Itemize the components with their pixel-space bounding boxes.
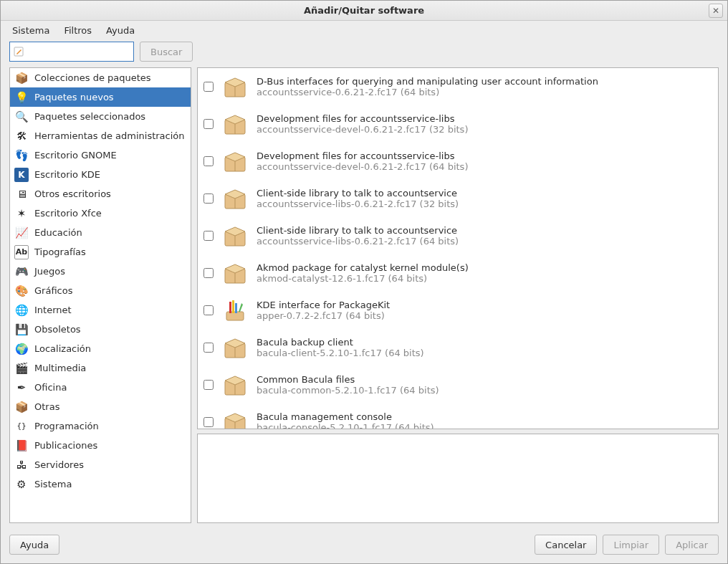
sidebar-item[interactable]: 🔍Paquetes seleccionados: [10, 107, 191, 126]
category-icon: 🛠: [14, 129, 29, 143]
menu-system[interactable]: Sistema: [8, 24, 54, 37]
category-sidebar[interactable]: 📦Colecciones de paquetes💡Paquetes nuevos…: [9, 67, 191, 523]
package-box-icon: [221, 408, 249, 429]
category-icon: 👣: [14, 148, 29, 163]
package-checkbox[interactable]: [203, 156, 214, 166]
category-icon: 📦: [14, 400, 29, 414]
package-title: D-Bus interfaces for querying and manipu…: [257, 76, 712, 87]
package-list[interactable]: D-Bus interfaces for querying and manipu…: [197, 67, 719, 429]
category-icon: 🌐: [14, 303, 29, 317]
sidebar-item-label: Colecciones de paquetes: [34, 72, 151, 83]
package-title: Development files for accountsservice-li…: [257, 113, 712, 124]
edit-icon: [13, 46, 24, 57]
window-title: Añadir/Quitar software: [304, 5, 424, 16]
search-input[interactable]: [27, 47, 149, 57]
search-field-wrap[interactable]: [9, 42, 134, 62]
category-icon: {}: [14, 419, 29, 434]
sidebar-item[interactable]: 👣Escritorio GNOME: [10, 145, 191, 165]
package-subtitle: akmod-catalyst-12.6-1.fc17 (64 bits): [257, 273, 712, 284]
package-checkbox[interactable]: [203, 119, 214, 129]
package-checkbox[interactable]: [203, 417, 214, 427]
detail-pane: [197, 434, 719, 523]
category-icon: 🌍: [14, 342, 29, 356]
sidebar-item-label: Internet: [34, 305, 72, 315]
cancel-button[interactable]: Cancelar: [535, 535, 597, 555]
apply-button[interactable]: Aplicar: [665, 535, 719, 555]
sidebar-item[interactable]: 🌍Localización: [10, 339, 191, 358]
package-row[interactable]: Bacula management consolebacula-console-…: [198, 403, 718, 429]
sidebar-item[interactable]: AbTipografías: [10, 242, 191, 262]
package-subtitle: accountsservice-devel-0.6.21-2.fc17 (64 …: [257, 161, 712, 172]
sidebar-item[interactable]: 🛠Herramientas de administración: [10, 126, 191, 145]
package-box-icon: [221, 184, 249, 213]
package-title: Client-side library to talk to accountse…: [257, 188, 712, 199]
sidebar-item[interactable]: ✶Escritorio Xfce: [10, 204, 191, 223]
sidebar-item-label: Otras: [34, 401, 59, 412]
package-checkbox[interactable]: [203, 305, 214, 315]
package-row[interactable]: Client-side library to talk to accountse…: [198, 180, 718, 217]
package-box-icon: [221, 259, 249, 287]
package-row[interactable]: Common Bacula filesbacula-common-5.2.10-…: [198, 366, 718, 403]
sidebar-item[interactable]: 💾Obsoletos: [10, 320, 191, 339]
sidebar-item[interactable]: KEscritorio KDE: [10, 165, 191, 184]
package-row[interactable]: Development files for accountsservice-li…: [198, 105, 718, 143]
menu-help[interactable]: Ayuda: [102, 24, 139, 37]
package-title: Bacula management console: [257, 411, 712, 422]
package-row[interactable]: Akmod package for catalyst kernel module…: [198, 254, 718, 292]
sidebar-item-label: Tipografías: [34, 247, 86, 257]
package-box-icon: [221, 72, 249, 101]
sidebar-item[interactable]: 🎬Multimedia: [10, 358, 191, 378]
sidebar-item[interactable]: 📦Colecciones de paquetes: [10, 68, 191, 87]
category-icon: 🖥: [14, 187, 29, 201]
package-subtitle: accountsservice-libs-0.6.21-2.fc17 (64 b…: [257, 236, 712, 247]
search-button[interactable]: Buscar: [140, 42, 193, 62]
sidebar-item[interactable]: {}Programación: [10, 416, 191, 436]
sidebar-item[interactable]: 🎨Gráficos: [10, 281, 191, 300]
help-button[interactable]: Ayuda: [9, 535, 59, 555]
category-icon: 💾: [14, 322, 29, 337]
sidebar-item[interactable]: 💡Paquetes nuevos: [10, 87, 191, 107]
close-button[interactable]: ✕: [709, 4, 723, 18]
menu-filters[interactable]: Filtros: [59, 24, 96, 37]
category-icon: ⚙: [14, 477, 29, 492]
category-icon: K: [14, 168, 29, 182]
sidebar-item[interactable]: 🎮Juegos: [10, 262, 191, 281]
category-icon: 🖧: [14, 458, 29, 472]
sidebar-item[interactable]: ⚙Sistema: [10, 474, 191, 494]
sidebar-item[interactable]: ✒Oficina: [10, 378, 191, 397]
sidebar-item-label: Programación: [34, 421, 99, 431]
package-checkbox[interactable]: [203, 380, 214, 390]
sidebar-item-label: Herramientas de administración: [34, 130, 185, 141]
sidebar-item-label: Multimedia: [34, 363, 86, 373]
sidebar-item[interactable]: 📦Otras: [10, 397, 191, 416]
package-checkbox[interactable]: [203, 193, 214, 204]
package-row[interactable]: Development files for accountsservice-li…: [198, 143, 718, 180]
close-icon: ✕: [712, 6, 719, 16]
package-row[interactable]: Bacula backup clientbacula-client-5.2.10…: [198, 329, 718, 366]
sidebar-item[interactable]: 🖧Servidores: [10, 455, 191, 474]
category-icon: 📦: [14, 71, 29, 85]
package-row[interactable]: D-Bus interfaces for querying and manipu…: [198, 68, 718, 105]
package-row[interactable]: KDE interface for PackageKitapper-0.7.2-…: [198, 292, 718, 329]
sidebar-item-label: Escritorio Xfce: [34, 208, 102, 219]
category-icon: ✒: [14, 381, 29, 395]
category-icon: 🎬: [14, 361, 29, 376]
package-checkbox[interactable]: [203, 343, 214, 353]
sidebar-item-label: Servidores: [34, 459, 84, 470]
package-subtitle: bacula-console-5.2.10-1.fc17 (64 bits): [257, 422, 712, 429]
package-row[interactable]: Client-side library to talk to accountse…: [198, 217, 718, 254]
sidebar-item-label: Otros escritorios: [34, 188, 111, 199]
category-icon: 📕: [14, 439, 29, 453]
package-checkbox[interactable]: [203, 82, 214, 92]
sidebar-item[interactable]: 🖥Otros escritorios: [10, 184, 191, 204]
package-checkbox[interactable]: [203, 231, 214, 241]
sidebar-item-label: Gráficos: [34, 285, 72, 296]
sidebar-item-label: Sistema: [34, 479, 72, 489]
sidebar-item[interactable]: 🌐Internet: [10, 300, 191, 320]
category-icon: 💡: [14, 90, 29, 105]
sidebar-item[interactable]: 📈Educación: [10, 223, 191, 242]
sidebar-item[interactable]: 📕Publicaciones: [10, 436, 191, 455]
clear-button[interactable]: Limpiar: [603, 535, 659, 555]
package-checkbox[interactable]: [203, 268, 214, 278]
package-subtitle: bacula-common-5.2.10-1.fc17 (64 bits): [257, 385, 712, 396]
